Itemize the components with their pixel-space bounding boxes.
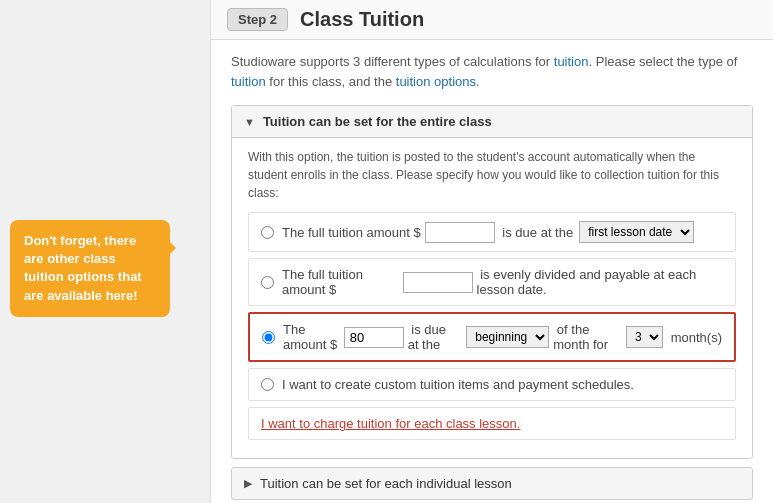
option-row-1: The full tuition amount $ is due at the … (248, 212, 736, 252)
option-row-4: I want to create custom tuition items an… (248, 368, 736, 401)
main-section-panel: ▼ Tuition can be set for the entire clas… (231, 105, 753, 459)
option3-text-of-month: of the month for (553, 322, 620, 352)
option1-radio[interactable] (261, 226, 274, 239)
main-section-title: Tuition can be set for the entire class (263, 114, 492, 129)
option2-text-before: The full tuition amount $ (282, 267, 399, 297)
main-section-body: With this option, the tuition is posted … (232, 138, 752, 458)
left-panel: Don't forget, there are other class tuit… (0, 0, 210, 503)
intro-text: Studioware supports 3 different types of… (231, 52, 753, 91)
option3-period-dropdown[interactable]: beginning end (466, 326, 549, 348)
expand-arrow-icon: ▼ (244, 116, 255, 128)
tooltip-bubble: Don't forget, there are other class tuit… (10, 220, 170, 317)
page-title: Class Tuition (300, 8, 424, 31)
header-bar: Step 2 Class Tuition (211, 0, 773, 40)
option-row-3: The amount $ is due at the beginning end… (248, 312, 736, 362)
collapsed-arrow-icon-1: ▶ (244, 477, 252, 490)
tuition-link1[interactable]: tuition (554, 54, 589, 69)
collapsed-header-1[interactable]: ▶ Tuition can be set for each individual… (232, 468, 752, 499)
option1-dropdown[interactable]: first lesson date enrollment date custom… (579, 221, 694, 243)
option1-text-middle: is due at the (499, 225, 573, 240)
option4-radio[interactable] (261, 378, 274, 391)
option1-text-before: The full tuition amount $ (282, 225, 421, 240)
option3-text-months: month(s) (667, 330, 722, 345)
collapsed-label-1: Tuition can be set for each individual l… (260, 476, 512, 491)
main-content: Step 2 Class Tuition Studioware supports… (210, 0, 773, 503)
option3-months-dropdown[interactable]: 1 2 3 4 5 6 (626, 326, 663, 348)
tuition-link2[interactable]: tuition (231, 74, 266, 89)
option2-amount-input[interactable] (403, 272, 473, 293)
option1-amount-input[interactable] (425, 222, 495, 243)
option2-text-after: is evenly divided and payable at each le… (477, 267, 723, 297)
option3-amount-input[interactable] (344, 327, 404, 348)
section-description: With this option, the tuition is posted … (248, 148, 736, 202)
option4-text: I want to create custom tuition items an… (282, 377, 634, 392)
option-row-2: The full tuition amount $ is evenly divi… (248, 258, 736, 306)
main-section-header[interactable]: ▼ Tuition can be set for the entire clas… (232, 106, 752, 138)
content-area: Studioware supports 3 different types of… (211, 40, 773, 503)
option2-radio[interactable] (261, 276, 274, 289)
tuition-options-link[interactable]: tuition options (396, 74, 476, 89)
option3-radio[interactable] (262, 331, 275, 344)
class-lesson-link[interactable]: I want to charge tuition for each class … (261, 416, 520, 431)
collapsed-panel-1[interactable]: ▶ Tuition can be set for each individual… (231, 467, 753, 500)
option3-text-before: The amount $ (283, 322, 340, 352)
tooltip-text: Don't forget, there are other class tuit… (24, 233, 142, 303)
link-item: I want to charge tuition for each class … (248, 407, 736, 440)
step-badge: Step 2 (227, 8, 288, 31)
option3-text-middle: is due at the (408, 322, 461, 352)
